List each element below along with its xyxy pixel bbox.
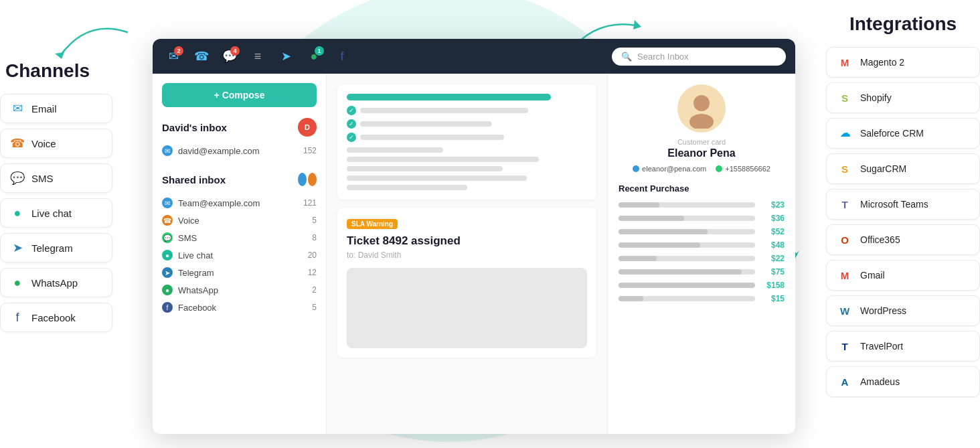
channel-item-livechat[interactable]: ● Live chat xyxy=(0,198,112,228)
shared-row-whatsapp[interactable]: ● WhatsApp 2 xyxy=(162,281,317,299)
sugarcrm-label: SugarCRM xyxy=(860,163,906,174)
integration-item-magento[interactable]: M Magento 2 xyxy=(826,47,980,78)
email-dot: ✉ xyxy=(162,145,173,156)
rp-row: $22 xyxy=(619,254,785,263)
email-label: Team@example.com xyxy=(178,198,260,208)
integration-item-shopify[interactable]: S Shopify xyxy=(826,82,980,113)
telegram-label: Telegram xyxy=(178,268,214,278)
rp-bar-fill xyxy=(619,242,700,248)
nav-facebook-icon[interactable]: f xyxy=(331,45,353,68)
david-inbox-name: David's inbox xyxy=(162,122,227,133)
ep-med2-line xyxy=(347,175,527,181)
ep-full-bar xyxy=(347,94,551,100)
rp-amount: $23 xyxy=(760,200,785,210)
voice-count: 5 xyxy=(312,216,317,225)
integration-item-wordpress[interactable]: W WordPress xyxy=(826,295,980,326)
shared-inbox-header: Shared inbox xyxy=(162,170,317,189)
rp-amount: $36 xyxy=(760,214,785,223)
middle-pane: ✓ ✓ ✓ SLA Warning T xyxy=(327,74,608,434)
shared-row-livechat[interactable]: ● Live chat 20 xyxy=(162,246,317,264)
right-pane: Customer card Eleanor Pena eleanor@pena.… xyxy=(608,74,795,434)
nav-telegram-icon[interactable]: ➤ xyxy=(274,45,297,68)
shared-row-voice[interactable]: ☎ Voice 5 xyxy=(162,212,317,229)
facebook-label: Facebook xyxy=(178,303,216,313)
chat-badge: 4 xyxy=(230,46,240,56)
customer-avatar-svg xyxy=(681,88,722,129)
integration-item-sugarcrm[interactable]: S SugarCRM xyxy=(826,153,980,184)
rp-bar-bg xyxy=(619,269,755,275)
integration-item-office365[interactable]: O Office365 xyxy=(826,224,980,255)
customer-phone-text: +1558856662 xyxy=(725,165,770,173)
shared-row-email[interactable]: ✉ Team@example.com 121 xyxy=(162,194,317,212)
david-email-row[interactable]: ✉ david@example.com 152 xyxy=(162,142,317,159)
email-icon: ✉ xyxy=(10,101,25,116)
rp-bar-bg xyxy=(619,229,755,234)
rp-bar-fill xyxy=(619,256,657,261)
sla-badge: SLA Warning xyxy=(347,219,398,229)
rp-row: $36 xyxy=(619,214,785,223)
email-count: 121 xyxy=(303,198,317,208)
top-nav: ✉ 2 ☎ 💬 4 ≡ ➤ ● 1 f 🔍 Search Inbox xyxy=(153,39,795,74)
gmail-icon: M xyxy=(836,267,853,284)
channel-item-telegram[interactable]: ➤ Telegram xyxy=(0,233,112,263)
wordpress-icon: W xyxy=(836,302,853,319)
david-inbox-header: David's inbox D xyxy=(162,118,317,137)
nav-email-icon[interactable]: ✉ 2 xyxy=(162,45,185,68)
integration-item-amadeus[interactable]: A Amadeus xyxy=(826,366,980,397)
channel-item-email[interactable]: ✉ Email xyxy=(0,94,112,123)
whatsapp-badge: 1 xyxy=(315,46,324,56)
customer-phone: +1558856662 xyxy=(716,165,770,173)
email-dot: ✉ xyxy=(162,198,173,208)
integration-item-travelport[interactable]: T TravelPort xyxy=(826,331,980,362)
gmail-label: Gmail xyxy=(860,270,885,281)
ep-med-line xyxy=(347,166,503,171)
david-email-count: 152 xyxy=(303,146,317,155)
travelport-label: TravelPort xyxy=(860,341,903,352)
rp-amount: $22 xyxy=(760,254,785,263)
integration-item-gmail[interactable]: M Gmail xyxy=(826,260,980,291)
email-label: Email xyxy=(31,103,57,115)
customer-email-text: eleanor@pena.com xyxy=(642,165,706,173)
livechat-icon: ● xyxy=(10,206,25,220)
svg-marker-1 xyxy=(633,20,641,29)
voice-dot: ☎ xyxy=(162,215,173,226)
wordpress-label: WordPress xyxy=(860,305,906,316)
nav-voice-icon[interactable]: ☎ xyxy=(190,45,213,68)
salesforce-icon: ☁ xyxy=(836,125,853,142)
ep-line-2 xyxy=(360,121,492,127)
channel-item-whatsapp[interactable]: ● WhatsApp xyxy=(0,268,112,297)
compose-button[interactable]: + Compose xyxy=(162,83,317,107)
telegram-dot: ➤ xyxy=(162,267,173,278)
integrations-section: Integrations M Magento 2 S Shopify ☁ Sal… xyxy=(826,13,980,402)
rp-bar-bg xyxy=(619,216,755,221)
nav-chat-icon[interactable]: 💬 4 xyxy=(218,45,241,68)
sms-label: SMS xyxy=(31,173,54,184)
shared-avatars xyxy=(298,170,317,189)
email-contact-dot xyxy=(633,165,639,172)
sms-label: SMS xyxy=(178,233,197,243)
integration-item-salesforce[interactable]: ☁ Saleforce CRM xyxy=(826,118,980,149)
customer-card: Customer card Eleanor Pena eleanor@pena.… xyxy=(619,84,785,173)
sms-icon: 💬 xyxy=(10,171,25,185)
channel-item-voice[interactable]: ☎ Voice xyxy=(0,129,112,158)
search-box[interactable]: 🔍 Search Inbox xyxy=(612,48,786,66)
shared-row-facebook[interactable]: f Facebook 5 xyxy=(162,299,317,316)
ep-short-line xyxy=(347,147,443,153)
shared-row-telegram[interactable]: ➤ Telegram 12 xyxy=(162,264,317,281)
recent-purchase-section: Recent Purchase $23 $36 $52 $48 $22 $75 xyxy=(619,183,785,303)
rp-amount: $158 xyxy=(760,281,785,290)
rp-bar-bg xyxy=(619,283,755,288)
channel-item-facebook[interactable]: f Facebook xyxy=(0,303,112,332)
nav-whatsapp-icon[interactable]: ● 1 xyxy=(303,45,325,68)
whatsapp-label: WhatsApp xyxy=(178,285,218,295)
nav-menu-icon[interactable]: ≡ xyxy=(246,45,269,68)
integration-item-msteams[interactable]: T Microsoft Teams xyxy=(826,189,980,220)
arrow-left-decoration xyxy=(47,25,134,66)
facebook-label: Facebook xyxy=(31,312,76,323)
shared-row-sms[interactable]: 💬 SMS 8 xyxy=(162,229,317,246)
ep-line-1 xyxy=(360,108,528,113)
rp-row: $75 xyxy=(619,267,785,277)
channel-item-sms[interactable]: 💬 SMS xyxy=(0,163,112,193)
rp-row: $15 xyxy=(619,294,785,303)
telegram-label: Telegram xyxy=(31,242,73,254)
